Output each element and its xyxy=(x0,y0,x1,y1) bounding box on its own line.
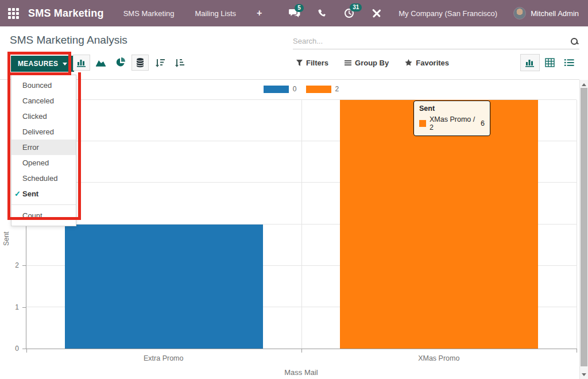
y-tick-label: 1 xyxy=(15,303,19,311)
measures-menu-item[interactable]: Error xyxy=(11,140,76,155)
search-bar xyxy=(293,33,579,49)
phone-button[interactable] xyxy=(318,9,327,18)
chart-legend: 02 xyxy=(26,85,577,93)
legend-swatch xyxy=(306,86,331,93)
line-chart-mode-button[interactable] xyxy=(92,55,110,71)
nav-item-mailing-lists[interactable]: Mailing Lists xyxy=(195,9,237,18)
tools-button[interactable] xyxy=(372,9,381,18)
measures-menu-item[interactable]: Count xyxy=(11,208,76,223)
search-input[interactable] xyxy=(293,37,570,45)
page-title: SMS Marketing Analysis xyxy=(10,34,127,47)
company-switcher[interactable]: My Company (San Francisco) xyxy=(399,9,497,18)
search-icon[interactable] xyxy=(570,37,578,45)
menu-divider xyxy=(11,204,76,205)
list-view-icon xyxy=(564,59,574,67)
user-name: Mitchell Admin xyxy=(531,9,579,18)
measures-menu-footer: Count xyxy=(11,208,76,223)
legend-item[interactable]: 0 xyxy=(264,85,297,93)
database-icon xyxy=(135,57,145,68)
favorites-star-icon xyxy=(405,59,412,66)
sort-ascending-button[interactable] xyxy=(171,55,188,71)
tools-icon xyxy=(372,9,381,18)
y-axis-title: Sent xyxy=(2,231,10,246)
nav-item-sms-marketing[interactable]: SMS Marketing xyxy=(123,9,175,18)
x-tick-label: Extra Promo xyxy=(144,354,183,362)
chevron-down-icon xyxy=(63,63,67,65)
chart-area: 02 0123456 Sent Extra PromoXMas Promo Ma… xyxy=(0,79,579,379)
measures-button-label: MEASURES xyxy=(18,60,58,68)
y-tick-label: 0 xyxy=(15,345,19,353)
measures-menu: BouncedCanceledClickedDeliveredErrorOpen… xyxy=(11,75,76,226)
bar-chart-icon xyxy=(76,58,87,68)
area-chart-icon xyxy=(95,58,107,67)
scrollbar-thumb[interactable] xyxy=(581,88,587,366)
plot-area xyxy=(26,100,577,349)
graph-view-button[interactable] xyxy=(520,54,540,71)
x-axis-labels: Extra PromoXMas Promo xyxy=(26,354,577,363)
chart-toolbar xyxy=(73,55,190,71)
tooltip-swatch xyxy=(419,120,426,127)
legend-swatch xyxy=(264,86,289,93)
x-tick-mark xyxy=(26,349,27,353)
tooltip-value: 6 xyxy=(477,119,485,127)
scroll-down-arrow[interactable] xyxy=(580,370,588,378)
measures-menu-item[interactable]: Opened xyxy=(11,155,76,171)
pivot-view-button[interactable] xyxy=(540,54,559,71)
filter-bar: Filters Group By Favorites xyxy=(296,55,465,71)
x-tick-mark xyxy=(577,349,577,353)
view-switcher xyxy=(520,54,579,71)
measures-menu-items: BouncedCanceledClickedDeliveredErrorOpen… xyxy=(11,78,76,202)
nav-left: SMS Marketing SMS Marketing Mailing List… xyxy=(0,7,262,20)
scrollbar[interactable] xyxy=(579,80,588,379)
legend-label: 0 xyxy=(293,85,297,93)
pie-chart-mode-button[interactable] xyxy=(112,55,129,71)
favorites-label: Favorites xyxy=(416,59,449,67)
x-tick-mark xyxy=(301,349,302,353)
app-name[interactable]: SMS Marketing xyxy=(28,7,104,20)
phone-icon xyxy=(318,9,327,18)
pie-chart-icon xyxy=(115,57,126,68)
tooltip-row: XMas Promo / 2 6 xyxy=(419,115,485,132)
x-axis-title: Mass Mail xyxy=(26,368,577,377)
apps-grid-icon[interactable] xyxy=(8,8,19,19)
user-menu[interactable]: Mitchell Admin xyxy=(513,7,579,20)
nav-item-add[interactable]: + xyxy=(257,8,262,18)
activities-badge: 31 xyxy=(350,3,362,11)
filters-button[interactable]: Filters xyxy=(296,59,328,67)
top-nav: SMS Marketing SMS Marketing Mailing List… xyxy=(0,0,588,26)
scroll-up-arrow[interactable] xyxy=(580,80,588,88)
bar-chart-mode-button[interactable] xyxy=(73,55,90,71)
favorites-button[interactable]: Favorites xyxy=(405,59,449,67)
filter-funnel-icon xyxy=(296,60,303,66)
measures-button[interactable]: MEASURES xyxy=(11,56,74,72)
measures-menu-item[interactable]: Scheduled xyxy=(11,171,76,186)
legend-item[interactable]: 2 xyxy=(306,85,339,93)
plot-wrap: 0123456 Sent xyxy=(26,100,577,349)
measures-menu-item[interactable]: Sent xyxy=(11,186,76,202)
group-by-label: Group By xyxy=(355,59,389,67)
screen: SMS Marketing SMS Marketing Mailing List… xyxy=(0,0,588,379)
messages-button[interactable]: 5 xyxy=(289,9,300,18)
measures-menu-item[interactable]: Bounced xyxy=(11,78,76,93)
measures-menu-item[interactable]: Canceled xyxy=(11,93,76,109)
sort-asc-icon xyxy=(173,58,185,68)
group-by-button[interactable]: Group By xyxy=(345,59,389,67)
nav-right: 5 31 xyxy=(272,7,588,20)
messages-badge: 5 xyxy=(295,4,304,12)
stacked-toggle-button[interactable] xyxy=(131,55,149,71)
pivot-view-icon xyxy=(545,58,555,67)
list-view-button[interactable] xyxy=(559,54,579,71)
sort-desc-icon xyxy=(154,58,165,68)
measures-menu-item[interactable]: Delivered xyxy=(11,124,76,140)
avatar xyxy=(513,7,526,20)
measures-menu-item[interactable]: Clicked xyxy=(11,109,76,124)
legend-label: 2 xyxy=(335,85,339,93)
graph-view-icon xyxy=(525,58,536,68)
sort-descending-button[interactable] xyxy=(151,55,168,71)
bar-extra-promo[interactable] xyxy=(65,225,263,349)
tooltip-title: Sent xyxy=(419,105,485,113)
y-tick-label: 2 xyxy=(15,261,19,269)
bar-xmas-promo[interactable] xyxy=(340,100,538,349)
x-tick-label: XMas Promo xyxy=(418,354,459,362)
activities-button[interactable]: 31 xyxy=(344,8,354,18)
